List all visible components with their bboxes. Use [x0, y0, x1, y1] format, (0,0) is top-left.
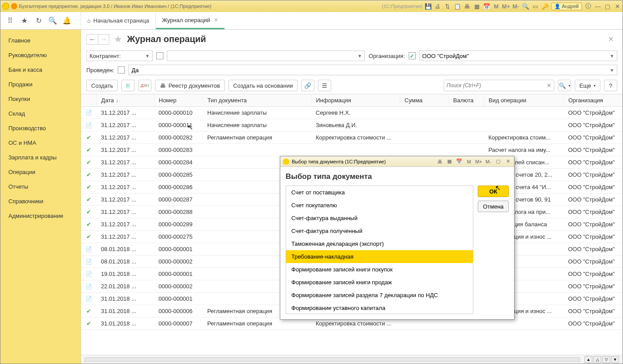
sidebar-item-6[interactable]: Производство	[0, 121, 81, 136]
col-currency[interactable]: Валюта	[449, 94, 484, 107]
dialog-print-icon[interactable]: 🖶	[436, 159, 443, 165]
print-icon[interactable]: 🖶	[464, 3, 471, 10]
calendar-icon[interactable]: 📅	[483, 3, 490, 10]
back-button[interactable]: ←	[86, 34, 98, 45]
favorite-icon[interactable]: ★	[20, 16, 29, 25]
create-based-button[interactable]: Создать на основании	[228, 80, 298, 91]
dialog-m[interactable]: M	[465, 159, 472, 165]
org-select[interactable]: ООО "СтройДом" ▼	[419, 50, 617, 61]
scroll-bottom-icon[interactable]: ▼	[611, 356, 619, 363]
clipboard-icon[interactable]: 📋	[454, 3, 461, 10]
posted-select[interactable]: Да ▼	[128, 65, 617, 75]
horizontal-scrollbar[interactable]	[85, 357, 580, 362]
user-badge[interactable]: 👤 Андрей	[551, 3, 582, 10]
scroll-down-icon[interactable]: ▽	[602, 356, 610, 363]
list-item[interactable]: Формирование записей книги покупок	[286, 263, 473, 276]
print-preview-icon[interactable]: 🖨	[434, 3, 441, 10]
list-item[interactable]: Счет покупателю	[286, 199, 473, 212]
search-field[interactable]	[447, 82, 547, 89]
info-icon[interactable]: ⓘ	[584, 3, 592, 10]
col-info[interactable]: Информация	[311, 94, 400, 107]
sidebar-item-1[interactable]: Руководителю	[0, 48, 81, 62]
link-button[interactable]: 🔗	[301, 80, 314, 91]
list-item[interactable]: Формирование записей книги продаж	[286, 276, 473, 289]
create-button[interactable]: Создать	[86, 80, 118, 91]
m-indicator[interactable]: M	[493, 3, 500, 10]
dialog-grid-icon[interactable]: ▦	[446, 159, 453, 165]
table-row[interactable]: 📄31.12.2017 ...0000-000010Начисление зар…	[81, 107, 623, 119]
col-org[interactable]: Организация	[564, 94, 623, 107]
doctype-list[interactable]: Счет от поставщикаСчет покупателюСчет-фа…	[286, 186, 473, 314]
cancel-button[interactable]: Отмена	[478, 201, 509, 212]
more-button[interactable]: Еще▾	[575, 80, 600, 91]
col-number[interactable]: Номер	[154, 94, 203, 107]
counterparty-checkbox[interactable]	[156, 52, 163, 59]
list-item[interactable]: Счет-фактура полученный	[286, 225, 473, 237]
sidebar-item-8[interactable]: Зарплата и кадры	[0, 150, 81, 165]
sidebar-item-4[interactable]: Покупки	[0, 92, 81, 106]
clear-icon[interactable]: ✕	[547, 82, 551, 89]
layout-icon[interactable]: ▭	[532, 3, 539, 10]
key-icon[interactable]: 🔑	[542, 3, 549, 10]
col-sum[interactable]: Сумма	[400, 94, 449, 107]
list-item[interactable]: Счет-фактура выданный	[286, 212, 473, 225]
col-optype[interactable]: Вид операции	[484, 94, 564, 107]
list-item[interactable]: Счет от поставщика	[286, 186, 473, 199]
sidebar-item-0[interactable]: Главное	[0, 33, 81, 48]
org-checkbox[interactable]	[409, 52, 416, 59]
sidebar-item-11[interactable]: Справочники	[0, 194, 81, 209]
table-row[interactable]: ✔31.12.2017 ...0000-000282Регламентная о…	[81, 132, 623, 144]
mminus-indicator[interactable]: M-	[512, 3, 519, 10]
ok-button[interactable]: ОК	[478, 186, 509, 197]
list-button[interactable]: ☰	[318, 80, 331, 91]
mplus-indicator[interactable]: M+	[503, 3, 510, 10]
save-icon[interactable]: 💾	[425, 3, 432, 10]
grid-icon[interactable]: ▦	[473, 3, 480, 10]
registry-button[interactable]: 🖶Реестр документов	[155, 80, 224, 91]
history-icon[interactable]: ↻	[34, 16, 43, 25]
maximize-icon[interactable]: ▢	[604, 3, 611, 10]
apps-icon[interactable]: ⠿	[6, 16, 15, 25]
search-input[interactable]: ✕	[444, 80, 554, 91]
scroll-up-icon[interactable]: △	[593, 356, 601, 363]
sidebar-item-7[interactable]: ОС и НМА	[0, 136, 81, 150]
close-window-icon[interactable]: ✕	[614, 3, 621, 10]
sidebar-item-3[interactable]: Продажи	[0, 77, 81, 92]
counterparty-select[interactable]: Контрагент: ▼	[86, 50, 153, 61]
copy-button[interactable]: ⎘	[121, 80, 135, 91]
search-icon[interactable]: 🔍	[48, 16, 57, 25]
minimize-icon[interactable]: —	[594, 3, 601, 10]
tab-journal[interactable]: Журнал операций ✕	[156, 12, 224, 29]
table-row[interactable]: ✔31.12.2017 ...0000-000283Расчет налога …	[81, 144, 623, 156]
star-icon[interactable]: ★	[114, 34, 123, 45]
forward-button[interactable]: →	[98, 34, 109, 45]
dialog-calendar-icon[interactable]: 📅	[456, 159, 463, 165]
col-doctype[interactable]: Тип документа	[203, 94, 311, 107]
dtkt-button[interactable]: ДтКт	[138, 80, 151, 91]
sidebar-item-10[interactable]: Отчеты	[0, 179, 81, 194]
counterparty-value-select[interactable]: ▼	[167, 50, 365, 61]
sidebar-item-12[interactable]: Администрирование	[0, 209, 81, 223]
posted-checkbox[interactable]	[118, 66, 125, 74]
sidebar-item-2[interactable]: Банк и касса	[0, 62, 81, 77]
tab-close-icon[interactable]: ✕	[214, 17, 218, 23]
dialog-maximize-icon[interactable]: ▢	[495, 159, 502, 165]
list-item[interactable]: Требование-накладная	[286, 250, 473, 263]
dialog-close-icon[interactable]: ✕	[504, 159, 511, 165]
table-row[interactable]: 📄31.12.2017 ...0000-000011Начисление зар…	[81, 119, 623, 132]
close-page-icon[interactable]: ✕	[604, 33, 617, 45]
tab-home[interactable]: ⌂ Начальная страница	[81, 12, 156, 29]
list-item[interactable]: Формирование записей раздела 7 деклараци…	[286, 289, 473, 302]
help-button[interactable]: ?	[604, 80, 617, 91]
list-item[interactable]: Таможенная декларация (экспорт)	[286, 237, 473, 250]
dialog-mminus[interactable]: M-	[485, 159, 492, 165]
bell-icon[interactable]: 🔔	[62, 16, 71, 25]
search-button[interactable]: 🔍▾	[558, 80, 571, 91]
sidebar-item-5[interactable]: Склад	[0, 106, 81, 121]
list-item[interactable]: Формирование уставного капитала	[286, 302, 473, 314]
zoom-icon[interactable]: 🔍	[522, 3, 529, 10]
sidebar-item-9[interactable]: Операции	[0, 165, 81, 179]
dialog-mplus[interactable]: M+	[475, 159, 482, 165]
col-date[interactable]: Дата	[97, 94, 154, 107]
scroll-top-icon[interactable]: ▲	[584, 356, 592, 363]
